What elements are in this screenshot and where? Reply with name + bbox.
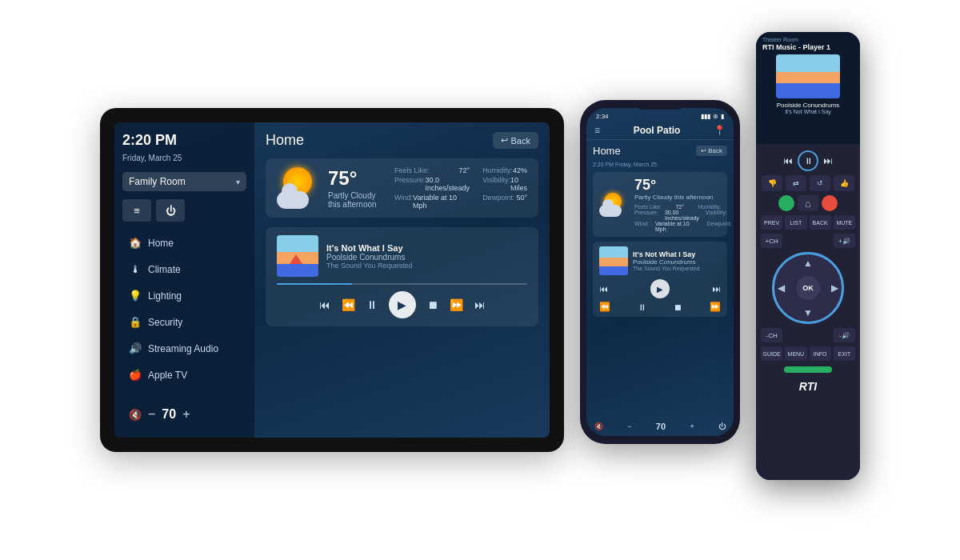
- phone-song-album: The Sound You Requested: [633, 266, 700, 271]
- ch-plus[interactable]: +CH: [761, 234, 782, 248]
- remote-dpad[interactable]: ▲ ▼ ◀ ▶ OK: [772, 252, 844, 324]
- phone-song-artist: Poolside Conundrums: [633, 258, 700, 266]
- location-icon[interactable]: 📍: [714, 125, 726, 136]
- tablet-date: Friday, March 25: [122, 154, 246, 162]
- remote-fast-forward[interactable]: ⏭: [823, 155, 833, 166]
- play-button[interactable]: ▶: [389, 291, 416, 318]
- dpad-ring: ▲ ▼ ◀ ▶ OK: [772, 252, 844, 324]
- phone-menu-icon[interactable]: ≡: [594, 125, 600, 136]
- phone-back-icon: ↩: [701, 147, 706, 154]
- song-artist: Poolside Conundrums: [326, 253, 527, 262]
- signal-icon: ▮▮▮: [701, 113, 710, 120]
- remote-play-pause[interactable]: ⏸: [798, 150, 818, 171]
- sidebar-item-security[interactable]: 🔒 Security: [122, 310, 246, 334]
- info-button[interactable]: INFO: [810, 346, 831, 361]
- dpad-down[interactable]: ▼: [803, 307, 813, 318]
- music-progress-fill: [277, 283, 352, 285]
- home-button[interactable]: ⌂: [798, 195, 818, 211]
- remote-screen: Theater Room RTI Music - Player 1 Poolsi…: [756, 32, 860, 144]
- phone-fast-forward[interactable]: ⏩: [710, 302, 721, 312]
- hamburger-icon[interactable]: ≡: [122, 199, 151, 222]
- shuffle-btn[interactable]: ⇄: [786, 175, 806, 191]
- menu-button[interactable]: MENU: [785, 346, 806, 361]
- sidebar-item-streaming[interactable]: 🔊 Streaming Audio: [122, 337, 246, 360]
- pause-icon[interactable]: ⏸: [366, 298, 378, 311]
- red-button[interactable]: [822, 195, 838, 211]
- back-nav-button[interactable]: BACK: [810, 215, 831, 230]
- phone: 2:34 ▮▮▮ ⊛ ▮ ≡ Pool Patio 📍 Home ↩ Back: [580, 100, 740, 444]
- mute-icon[interactable]: 🔇: [129, 409, 142, 421]
- volume-minus[interactable]: −: [148, 407, 155, 422]
- phone-stop[interactable]: ⏹: [674, 302, 682, 312]
- back-button[interactable]: ↩ Back: [493, 132, 538, 149]
- phone-music-info: It's Not What I Say Poolside Conundrums …: [599, 246, 721, 275]
- pressure-label: Pressure:: [394, 176, 426, 192]
- tablet: 2:20 PM Friday, March 25 Family Room ▾ ≡…: [100, 108, 564, 452]
- dewpoint-row: Dewpoint: 50°: [482, 194, 527, 210]
- chevron-down-icon: ▾: [236, 178, 240, 186]
- dpad-ok[interactable]: OK: [796, 276, 820, 300]
- tablet-main-title: Home: [266, 132, 304, 149]
- prev-button[interactable]: PREV: [761, 215, 782, 230]
- phone-time-date: 2:20 PM Friday, March 25: [593, 162, 727, 167]
- rewind-icon[interactable]: ⏪: [342, 298, 355, 311]
- phone-rewind[interactable]: ⏪: [599, 302, 610, 312]
- skip-back-icon[interactable]: ⏮: [319, 298, 330, 311]
- remote-rewind[interactable]: ⏮: [783, 155, 793, 166]
- dpad-up[interactable]: ▲: [803, 258, 813, 269]
- phone-temperature: 75°: [634, 177, 734, 194]
- phone-skip-forward[interactable]: ⏭: [712, 284, 721, 294]
- dpad-right[interactable]: ▶: [831, 282, 838, 294]
- mute-button[interactable]: MUTE: [834, 215, 855, 230]
- phone-volume: 70: [656, 422, 666, 431]
- remote-ch-vol-minus: -CH -🔊: [761, 328, 855, 342]
- tablet-room-select[interactable]: Family Room ▾: [122, 172, 246, 191]
- thumbs-down-btn[interactable]: 👎: [762, 175, 782, 191]
- guide-button[interactable]: GUIDE: [761, 346, 782, 361]
- phone-music-card: It's Not What I Say Poolside Conundrums …: [593, 242, 727, 317]
- phone-power-icon[interactable]: ⏻: [718, 422, 726, 430]
- pressure-value: 30.0 Inches/steady: [426, 176, 470, 192]
- phone-music-text: It's Not What I Say Poolside Conundrums …: [633, 250, 700, 271]
- back-icon: ↩: [501, 135, 508, 146]
- remote-media-row: ⏮ ⏸ ⏭: [783, 150, 833, 171]
- phone-play-button[interactable]: ▶: [650, 279, 670, 298]
- dpad-left[interactable]: ◀: [778, 282, 785, 294]
- music-progress-bar[interactable]: [277, 283, 527, 285]
- vol-minus[interactable]: -🔊: [834, 328, 855, 342]
- sidebar-item-lighting[interactable]: 💡 Lighting: [122, 284, 246, 307]
- phone-vol-plus[interactable]: +: [690, 422, 694, 430]
- phone-back-button[interactable]: ↩ Back: [696, 146, 727, 156]
- vol-plus[interactable]: +🔊: [834, 234, 855, 248]
- exit-button[interactable]: EXIT: [834, 346, 855, 361]
- green-button[interactable]: [778, 195, 794, 211]
- phone-skip-back[interactable]: ⏮: [599, 284, 608, 294]
- phone-weather-desc: Partly Cloudy this afternoon: [634, 194, 734, 201]
- phone-mute-icon[interactable]: 🔇: [594, 422, 603, 430]
- phone-pause[interactable]: ⏸: [638, 302, 646, 312]
- fast-forward-icon[interactable]: ⏩: [450, 298, 463, 311]
- home-icon: 🏠: [129, 237, 142, 249]
- sidebar-item-appletv[interactable]: 🍎 Apple TV: [122, 363, 246, 386]
- music-controls: ⏮ ⏪ ⏸ ▶ ⏹ ⏩ ⏭: [277, 291, 527, 318]
- repeat-btn[interactable]: ↺: [810, 175, 830, 191]
- skip-forward-icon[interactable]: ⏭: [474, 298, 486, 311]
- sidebar-item-home[interactable]: 🏠 Home: [122, 231, 246, 254]
- ch-minus[interactable]: -CH: [761, 328, 782, 342]
- remote-song: Poolside Conundrums: [762, 102, 854, 109]
- remote-source-title: RTI Music - Player 1: [762, 43, 854, 51]
- dewpoint-value: 50°: [516, 194, 527, 210]
- scene-container: 2:20 PM Friday, March 25 Family Room ▾ ≡…: [16, 80, 944, 480]
- tablet-screen: 2:20 PM Friday, March 25 Family Room ▾ ≡…: [114, 122, 550, 438]
- climate-icon: 🌡: [129, 263, 142, 275]
- power-icon[interactable]: ⏻: [156, 199, 185, 222]
- sidebar-item-climate[interactable]: 🌡 Climate: [122, 258, 246, 281]
- phone-vol-minus[interactable]: −: [627, 422, 631, 430]
- feels-like-row: Feels Like: 72°: [394, 166, 470, 174]
- phone-screen: 2:34 ▮▮▮ ⊛ ▮ ≡ Pool Patio 📍 Home ↩ Back: [586, 108, 734, 436]
- list-button[interactable]: LIST: [785, 215, 806, 230]
- thumbs-up-btn[interactable]: 👍: [834, 175, 854, 191]
- stop-icon[interactable]: ⏹: [427, 298, 438, 311]
- volume-plus[interactable]: +: [182, 407, 190, 422]
- humidity-label: Humidity:: [482, 166, 513, 174]
